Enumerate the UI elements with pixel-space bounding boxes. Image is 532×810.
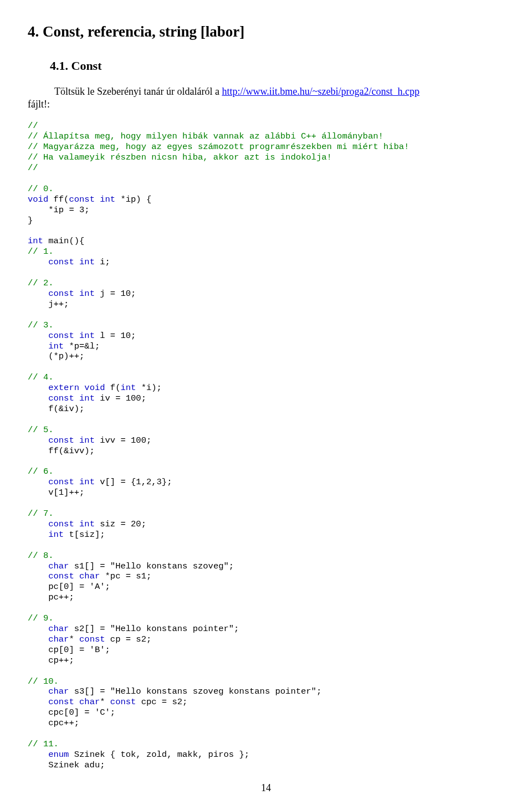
code-text	[28, 530, 48, 540]
page-number: 14	[28, 782, 504, 794]
code-text	[28, 257, 48, 267]
code-comment: // 1.	[28, 247, 54, 257]
code-keyword: char	[48, 686, 69, 696]
code-text	[28, 477, 48, 487]
code-text: l = 10;	[95, 331, 136, 341]
code-block: // // Állapítsa meg, hogy milyen hibák v…	[28, 121, 504, 770]
code-keyword: const int	[48, 477, 95, 487]
code-text: s1[] = "Hello konstans szoveg";	[69, 561, 234, 571]
code-text: f(	[105, 383, 121, 393]
code-text	[28, 571, 48, 581]
section-title: 4.1. Const	[50, 58, 504, 74]
code-text	[28, 750, 48, 760]
code-keyword: int	[120, 383, 136, 393]
code-keyword: extern void	[48, 383, 105, 393]
code-text: j++;	[28, 299, 69, 309]
code-comment: // Ha valameyik részben nicsn hiba, akko…	[28, 152, 332, 162]
code-text: iv = 100;	[95, 393, 146, 403]
code-comment: //	[28, 163, 38, 173]
code-keyword: const	[110, 697, 136, 707]
code-comment: // 5.	[28, 425, 54, 435]
code-text	[28, 519, 48, 529]
code-text: *pc = s1;	[100, 571, 151, 581]
code-text: cpc[0] = 'C';	[28, 708, 115, 717]
code-comment: // 4.	[28, 372, 54, 382]
code-comment: // 6.	[28, 466, 54, 476]
code-text: (*p)++;	[28, 351, 84, 361]
code-text	[28, 697, 48, 707]
source-link[interactable]: http://www.iit.bme.hu/~szebi/proga2/cons…	[222, 86, 420, 97]
code-comment: // Magyarázza meg, hogy az egyes számozo…	[28, 142, 409, 152]
code-text: cp = s2;	[105, 634, 152, 644]
code-keyword: char	[48, 561, 69, 571]
intro-paragraph: Töltsük le Szeberényi tanár úr oldaláról…	[28, 85, 504, 111]
code-comment: // 7.	[28, 509, 54, 519]
code-text: v[] = {1,2,3};	[95, 477, 172, 487]
code-text: cp[0] = 'B';	[28, 645, 110, 655]
code-text: i;	[95, 257, 110, 267]
code-text: main(){	[43, 236, 84, 246]
code-text	[28, 331, 48, 341]
code-text: *p=&l;	[64, 341, 100, 351]
code-text: cpc++;	[28, 718, 79, 728]
code-text: *	[100, 697, 110, 707]
code-keyword: const int	[48, 257, 95, 267]
code-comment: // 10.	[28, 676, 59, 686]
code-text	[28, 393, 48, 403]
code-comment: // Állapítsa meg, hogy milyen hibák vann…	[28, 131, 383, 141]
code-keyword: char	[48, 634, 69, 644]
code-keyword: int	[28, 236, 43, 246]
code-text: *ip = 3;	[28, 205, 90, 215]
code-keyword: const	[79, 634, 105, 644]
code-text	[28, 624, 48, 634]
code-text	[28, 383, 48, 393]
code-text	[28, 341, 48, 351]
code-text: ivv = 100;	[95, 435, 151, 445]
code-keyword: const int	[69, 194, 115, 204]
intro-text-suffix: fájlt!:	[28, 99, 50, 110]
code-text: t[siz];	[64, 530, 105, 540]
code-keyword: const int	[48, 393, 95, 403]
code-keyword: const int	[48, 435, 95, 445]
code-text: Szinek { tok, zold, makk, piros };	[69, 750, 249, 760]
code-comment: // 9.	[28, 613, 54, 623]
code-keyword: const char	[48, 697, 100, 707]
code-text: v[1]++;	[28, 488, 84, 498]
code-keyword: const int	[48, 331, 95, 341]
code-comment: // 8.	[28, 551, 54, 561]
code-text: cp++;	[28, 655, 74, 665]
code-text: s3[] = "Hello konstans szoveg konstans p…	[69, 686, 321, 696]
code-text: ff(	[48, 194, 69, 204]
code-text: *ip) {	[115, 194, 151, 204]
code-text	[28, 289, 48, 299]
code-text	[28, 561, 48, 571]
code-comment: // 3.	[28, 320, 54, 330]
code-keyword: const char	[48, 571, 100, 581]
code-text: siz = 20;	[95, 519, 146, 529]
code-keyword: void	[28, 194, 48, 204]
code-comment: // 0.	[28, 184, 54, 194]
code-keyword: int	[48, 341, 64, 351]
code-keyword: char	[48, 624, 69, 634]
code-text: *	[69, 634, 79, 644]
code-comment: // 2.	[28, 278, 54, 288]
code-text	[28, 435, 48, 445]
code-keyword: enum	[48, 750, 69, 760]
code-text: }	[28, 216, 33, 225]
intro-text-prefix: Töltsük le Szeberényi tanár úr oldaláról…	[54, 86, 222, 97]
code-text: f(&iv);	[28, 404, 84, 414]
code-text: cpc = s2;	[136, 697, 187, 707]
code-text: pc++;	[28, 592, 74, 602]
code-comment: //	[28, 121, 38, 131]
code-keyword: const int	[48, 519, 95, 529]
code-text	[28, 634, 48, 644]
code-text: pc[0] = 'A';	[28, 582, 110, 592]
code-text	[28, 686, 48, 696]
page-title: 4. Const, referencia, string [labor]	[28, 22, 504, 42]
code-text: Szinek adu;	[28, 760, 105, 770]
code-text: s2[] = "Hello konstans pointer";	[69, 624, 239, 634]
code-comment: // 11.	[28, 739, 59, 749]
code-keyword: const int	[48, 289, 95, 299]
code-keyword: int	[48, 530, 64, 540]
code-text: j = 10;	[95, 289, 136, 299]
